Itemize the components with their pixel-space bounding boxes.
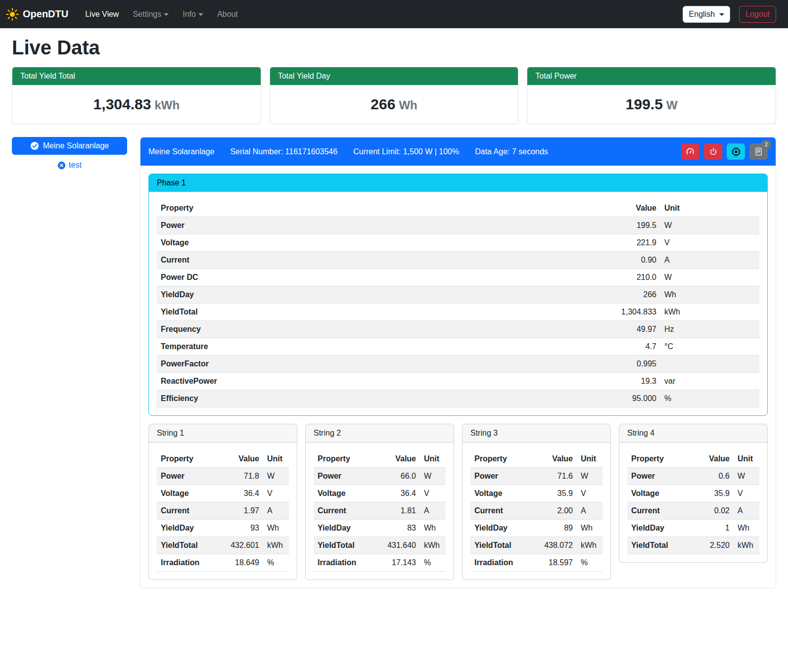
property-cell: Power (470, 468, 540, 485)
value-cell: 2.00 (540, 502, 577, 520)
summary-card-title: Total Power (527, 67, 776, 85)
summary-card-body: 266Wh (270, 85, 518, 124)
table-header-row: Property Value Unit (627, 450, 759, 468)
unit-cell: Wh (263, 520, 289, 537)
property-cell: Voltage (470, 485, 540, 502)
table-row: ReactivePower 19.3 var (157, 373, 759, 390)
unit-cell: Wh (734, 520, 759, 537)
value-cell: 71.8 (227, 468, 263, 485)
value-cell: 93 (227, 520, 263, 537)
string-table: Property Value Unit Power (157, 450, 289, 572)
table-row: Power 199.5 W (157, 217, 759, 234)
unit-cell: var (660, 373, 759, 390)
summary-cards-row: Total Yield Total 1,304.83kWh Total Yiel… (12, 67, 776, 124)
brand[interactable]: OpenDTU (6, 8, 68, 21)
phase-card-body: Property Value Unit Power (149, 192, 767, 415)
unit-cell: W (734, 468, 759, 485)
table-row: Frequency 49.97 Hz (157, 321, 759, 338)
column-header-property: Property (627, 450, 698, 468)
value-cell: 221.9 (601, 234, 660, 252)
event-count-badge: 2 (761, 140, 771, 149)
string-card-title: String 4 (619, 424, 767, 443)
unit-cell: A (734, 502, 759, 520)
value-cell: 49.97 (601, 321, 660, 338)
column-header-unit: Unit (734, 450, 759, 468)
event-log-button[interactable]: 2 (749, 143, 768, 160)
nav-item-info[interactable]: Info (176, 6, 210, 23)
column-header-value: Value (227, 450, 263, 468)
inverter-limit: Current Limit: 1,500 W | 100% (353, 147, 459, 156)
unit-cell: °C (660, 338, 759, 356)
property-cell: Power (157, 468, 227, 485)
device-info-button[interactable] (727, 143, 745, 160)
value-cell: 432.601 (227, 537, 263, 554)
logout-button[interactable]: Logout (739, 6, 776, 23)
x-circle-icon (57, 161, 66, 170)
unit-cell (660, 356, 759, 373)
table-row: Power 71.6 W (470, 468, 603, 485)
table-row: Efficiency 95.000 % (157, 390, 759, 407)
string-card-2: String 2 Property Value Unit (305, 424, 454, 580)
property-cell: YieldTotal (157, 537, 227, 554)
strings-row: String 1 Property Value Unit (148, 424, 768, 580)
property-cell: Voltage (314, 485, 383, 502)
summary-card-total-yield-total: Total Yield Total 1,304.83kWh (12, 67, 261, 124)
property-cell: YieldTotal (470, 537, 540, 554)
value-cell: 2.520 (698, 537, 734, 554)
phase-card-title: Phase 1 (149, 174, 767, 192)
string-card-1: String 1 Property Value Unit (148, 424, 297, 580)
unit-cell: V (420, 485, 446, 502)
language-select[interactable]: English (683, 6, 730, 23)
property-cell: YieldDay (157, 286, 601, 304)
inverter-select-button-test[interactable]: test (12, 161, 127, 170)
column-header-unit: Unit (577, 450, 603, 468)
table-row: Current 1.97 A (157, 502, 289, 520)
nav-links: Live View Settings Info About (78, 6, 245, 23)
string-card-3: String 3 Property Value Unit (462, 424, 611, 580)
column-header-property: Property (157, 200, 601, 217)
string-card-body: Property Value Unit Power (306, 443, 454, 580)
value-cell: 83 (383, 520, 420, 537)
content-row: Meine Solaranlage test Meine Solaranlage… (12, 137, 776, 588)
phase-card: Phase 1 Property Value Unit (148, 174, 768, 416)
nav-item-about[interactable]: About (210, 6, 245, 23)
nav-item-live-view[interactable]: Live View (78, 6, 126, 23)
table-row: Voltage 35.9 V (627, 485, 759, 502)
property-cell: Power DC (157, 269, 601, 286)
value-cell: 1.97 (227, 502, 263, 520)
speedometer-icon (686, 147, 695, 156)
column-header-unit: Unit (420, 450, 446, 468)
value-cell: 266 (601, 286, 660, 304)
value-cell: 199.5 (601, 217, 660, 234)
inverter-toolbar: 2 (681, 143, 768, 160)
inverter-sidebar: Meine Solaranlage test (12, 137, 127, 170)
brand-label: OpenDTU (23, 8, 68, 20)
power-toggle-button[interactable] (704, 143, 722, 160)
chevron-down-icon (719, 13, 724, 16)
limit-settings-button[interactable] (681, 143, 699, 160)
string-table: Property Value Unit Power (627, 450, 759, 554)
value-cell: 66.0 (383, 468, 420, 485)
table-row: Power 71.8 W (157, 468, 289, 485)
unit-cell: V (660, 234, 759, 252)
value-cell: 35.9 (540, 485, 577, 502)
table-row: YieldTotal 432.601 kWh (157, 537, 289, 554)
phase-table: Property Value Unit Power (157, 200, 759, 407)
top-navbar: OpenDTU Live View Settings Info About En… (0, 0, 788, 28)
unit-cell: Hz (660, 321, 759, 338)
string-card-body: Property Value Unit Power (149, 443, 297, 580)
property-cell: Current (627, 502, 698, 520)
unit-cell: Wh (577, 520, 603, 537)
navbar-right: English Logout (683, 6, 776, 23)
unit-cell: W (263, 468, 289, 485)
nav-item-settings[interactable]: Settings (126, 6, 176, 23)
unit-cell: Wh (420, 520, 446, 537)
inverter-panel-body: Phase 1 Property Value Unit (140, 166, 776, 588)
string-card-4: String 4 Property Value Unit (619, 424, 768, 563)
table-row: Current 0.90 A (157, 252, 759, 269)
table-header-row: Property Value Unit (314, 450, 446, 468)
property-cell: YieldDay (314, 520, 383, 537)
power-icon (709, 147, 718, 156)
phase-table-body: Power 199.5 W Voltage 221.9 V (157, 217, 759, 407)
inverter-select-button-active[interactable]: Meine Solaranlage (12, 137, 127, 155)
